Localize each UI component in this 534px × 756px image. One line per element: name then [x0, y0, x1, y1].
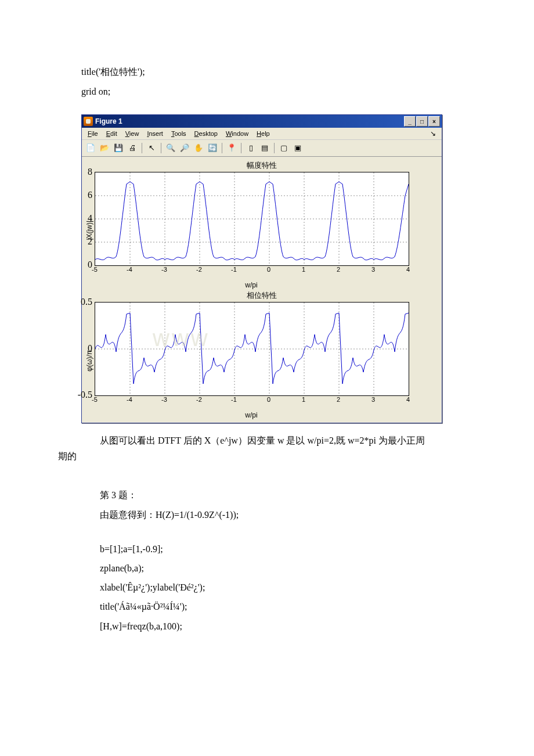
- menu-window[interactable]: Window: [222, 129, 252, 138]
- chart1-xtick: -1: [231, 266, 237, 273]
- data-cursor-icon[interactable]: 📍: [225, 142, 238, 154]
- chart2-xtick: -5: [92, 396, 98, 403]
- legend-icon[interactable]: ▤: [258, 142, 271, 154]
- chart2-xtick: 2: [337, 396, 340, 403]
- toolbar-separator: [241, 143, 241, 153]
- menu-insert[interactable]: Insert: [143, 129, 167, 138]
- section3-code-1: b=[1];a=[1,-0.9];: [81, 541, 476, 557]
- dock-icon[interactable]: ▣: [291, 142, 304, 154]
- chart1-ytick: 6: [88, 190, 95, 200]
- save-icon[interactable]: 💾: [112, 142, 125, 154]
- chart2-xtick: 4: [406, 396, 410, 403]
- chart1-ytick: 8: [88, 167, 95, 177]
- chart1-xtick: 1: [302, 266, 305, 273]
- close-button[interactable]: ×: [428, 116, 440, 127]
- chart2-axes[interactable]: [95, 302, 409, 396]
- zoom-out-icon[interactable]: 🔎: [178, 142, 191, 154]
- chart2-xtick: 0: [267, 396, 270, 403]
- section3-code-5: [H,w]=freqz(b,a,100);: [81, 618, 476, 634]
- code-line-2: grid on;: [81, 87, 476, 97]
- paragraph-line-1: 从图可以看出 DTFT 后的 X（e^jw）因变量 w 是以 w/pi=2,既 …: [81, 433, 476, 448]
- chart1-xtick: -3: [161, 266, 167, 273]
- menu-pin-icon[interactable]: ↘: [427, 129, 439, 138]
- section3-header: 第 3 题：: [81, 487, 476, 503]
- chart2-ytick: 0.5: [81, 297, 95, 307]
- rotate-icon[interactable]: 🔄: [206, 142, 219, 154]
- zoom-in-icon[interactable]: 🔍: [164, 142, 177, 154]
- matlab-figure-window: Figure 1 _ □ × File Edit View Insert Too…: [81, 114, 442, 423]
- chart1-xtick: -2: [196, 266, 202, 273]
- chart2-xtick: -3: [161, 396, 167, 403]
- toolbar-separator: [274, 143, 275, 153]
- pointer-icon[interactable]: ↖: [145, 142, 158, 154]
- plot-area: 幅度特性 |X(jw)|: [82, 157, 442, 423]
- chart1-axes[interactable]: [95, 172, 409, 266]
- chart1-xtick: -4: [127, 266, 132, 273]
- maximize-button[interactable]: □: [416, 116, 428, 127]
- section3-code-4: title('Áã¼«µã·Ö²¼Í¼');: [81, 599, 476, 614]
- chart2-xtick: -1: [231, 396, 237, 403]
- chart2-xtick: -4: [127, 396, 132, 403]
- chart1-curve: [95, 182, 409, 260]
- titlebar[interactable]: Figure 1 _ □ ×: [82, 115, 442, 128]
- window-title: Figure 1: [95, 117, 404, 125]
- toolbar-separator: [222, 143, 222, 153]
- pan-icon[interactable]: ✋: [192, 142, 205, 154]
- menu-view[interactable]: View: [122, 129, 143, 138]
- chart2-ytick: 0: [88, 343, 95, 354]
- paragraph-line-2: 期的: [58, 448, 476, 464]
- print-icon[interactable]: 🖨: [126, 142, 139, 154]
- chart1-xtick: 2: [337, 266, 340, 273]
- section3-code-3: xlabel('Êµ²¿');ylabel('Ðé²¿');: [81, 579, 476, 595]
- colorbar-icon[interactable]: ▯: [244, 142, 257, 154]
- chart2-xtick: 1: [302, 396, 305, 403]
- chart1-title: 幅度特性: [84, 160, 439, 171]
- menu-edit[interactable]: Edit: [103, 129, 121, 138]
- new-file-icon[interactable]: 📄: [84, 142, 97, 154]
- menu-desktop[interactable]: Desktop: [191, 129, 221, 138]
- chart2-title: 相位特性: [84, 290, 439, 301]
- chart1-xtick: 0: [267, 266, 270, 273]
- chart2-curve: [95, 313, 409, 384]
- toolbar-separator: [142, 143, 142, 153]
- chart1-xtick: 3: [371, 266, 375, 273]
- toolbar-separator: [161, 143, 161, 153]
- menu-tools[interactable]: Tools: [168, 129, 190, 138]
- chart1-xtick: -5: [92, 266, 98, 273]
- toolbar: 📄 📂 💾 🖨 ↖ 🔍 🔎 ✋ 🔄 📍 ▯ ▤ ▢ ▣: [82, 139, 442, 157]
- hide-plot-icon[interactable]: ▢: [277, 142, 290, 154]
- open-file-icon[interactable]: 📂: [98, 142, 111, 154]
- chart2-xtick: 3: [371, 396, 375, 403]
- chart1-ytick: 4: [88, 213, 95, 224]
- section3-given: 由题意得到：H(Z)=1/(1-0.9Z^(-1));: [81, 507, 476, 523]
- chart2-xlabel: w/pi: [95, 411, 408, 419]
- chart1-ytick: 2: [88, 236, 95, 247]
- code-line-1: title('相位特性');: [81, 66, 476, 78]
- menubar: File Edit View Insert Tools Desktop Wind…: [82, 128, 442, 139]
- chart1-xtick: 4: [406, 266, 410, 273]
- matlab-icon: [84, 117, 93, 126]
- section3-code-2: zplane(b,a);: [81, 560, 476, 576]
- menu-help[interactable]: Help: [253, 129, 273, 138]
- menu-file[interactable]: File: [84, 129, 102, 138]
- chart2-xtick: -2: [196, 396, 202, 403]
- chart1-xlabel: w/pi: [95, 281, 408, 289]
- minimize-button[interactable]: _: [404, 116, 416, 127]
